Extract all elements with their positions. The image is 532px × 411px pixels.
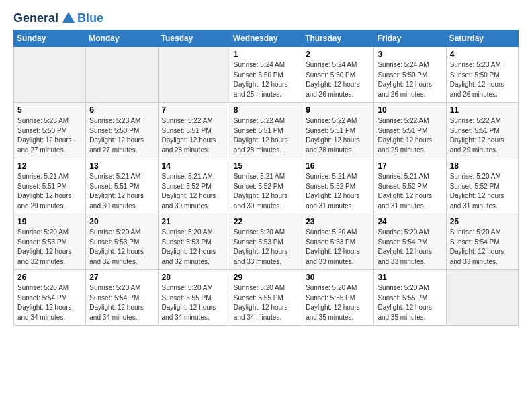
day-cell: 7Sunrise: 5:22 AMSunset: 5:51 PMDaylight… [158,103,230,158]
week-row-1: 1Sunrise: 5:24 AMSunset: 5:50 PMDaylight… [14,47,519,103]
weekday-monday: Monday [86,30,158,47]
day-cell: 17Sunrise: 5:21 AMSunset: 5:52 PMDayligh… [374,158,446,214]
day-number: 27 [89,273,154,282]
day-cell: 14Sunrise: 5:21 AMSunset: 5:52 PMDayligh… [158,158,230,214]
day-info: Sunrise: 5:21 AMSunset: 5:52 PMDaylight:… [162,172,226,211]
day-number: 12 [17,161,82,171]
day-number: 5 [17,105,82,115]
weekday-tuesday: Tuesday [158,30,230,47]
day-number: 18 [450,161,515,171]
day-cell [14,47,86,103]
day-info: Sunrise: 5:20 AMSunset: 5:54 PMDaylight:… [450,228,515,267]
day-info: Sunrise: 5:20 AMSunset: 5:54 PMDaylight:… [89,283,154,322]
day-cell: 23Sunrise: 5:20 AMSunset: 5:53 PMDayligh… [302,214,374,270]
day-info: Sunrise: 5:20 AMSunset: 5:55 PMDaylight:… [306,283,370,322]
logo-icon [61,11,76,26]
day-cell: 28Sunrise: 5:20 AMSunset: 5:55 PMDayligh… [158,270,230,326]
day-number: 22 [234,217,298,226]
week-row-3: 12Sunrise: 5:21 AMSunset: 5:51 PMDayligh… [14,158,519,214]
day-cell: 13Sunrise: 5:21 AMSunset: 5:51 PMDayligh… [86,158,158,214]
day-info: Sunrise: 5:20 AMSunset: 5:54 PMDaylight:… [17,283,82,322]
weekday-saturday: Saturday [446,30,518,47]
day-cell: 6Sunrise: 5:23 AMSunset: 5:50 PMDaylight… [86,103,158,158]
day-info: Sunrise: 5:20 AMSunset: 5:52 PMDaylight:… [450,172,515,211]
day-cell: 8Sunrise: 5:22 AMSunset: 5:51 PMDaylight… [230,103,302,158]
day-cell [446,270,518,326]
day-number: 24 [378,217,442,226]
day-info: Sunrise: 5:21 AMSunset: 5:51 PMDaylight:… [17,172,82,211]
day-cell: 4Sunrise: 5:23 AMSunset: 5:50 PMDaylight… [446,47,518,103]
day-number: 3 [378,50,442,59]
day-info: Sunrise: 5:22 AMSunset: 5:51 PMDaylight:… [378,116,442,155]
week-row-4: 19Sunrise: 5:20 AMSunset: 5:53 PMDayligh… [14,214,519,270]
day-cell: 5Sunrise: 5:23 AMSunset: 5:50 PMDaylight… [14,103,86,158]
day-info: Sunrise: 5:20 AMSunset: 5:53 PMDaylight:… [89,228,154,267]
day-cell: 30Sunrise: 5:20 AMSunset: 5:55 PMDayligh… [302,270,374,326]
day-cell: 25Sunrise: 5:20 AMSunset: 5:54 PMDayligh… [446,214,518,270]
day-cell: 22Sunrise: 5:20 AMSunset: 5:53 PMDayligh… [230,214,302,270]
day-number: 19 [17,217,82,226]
day-cell: 2Sunrise: 5:24 AMSunset: 5:50 PMDaylight… [302,47,374,103]
day-number: 26 [17,273,82,282]
day-info: Sunrise: 5:23 AMSunset: 5:50 PMDaylight:… [17,116,82,155]
page: General Blue SundayMondayTuesdayWednesda… [0,0,532,334]
day-info: Sunrise: 5:22 AMSunset: 5:51 PMDaylight:… [306,116,370,155]
day-number: 31 [378,273,442,282]
calendar-table: SundayMondayTuesdayWednesdayThursdayFrid… [13,30,519,326]
day-cell: 18Sunrise: 5:20 AMSunset: 5:52 PMDayligh… [446,158,518,214]
day-number: 28 [162,273,226,282]
day-info: Sunrise: 5:20 AMSunset: 5:53 PMDaylight:… [234,228,298,267]
day-info: Sunrise: 5:20 AMSunset: 5:55 PMDaylight:… [162,283,226,322]
day-cell: 20Sunrise: 5:20 AMSunset: 5:53 PMDayligh… [86,214,158,270]
day-info: Sunrise: 5:24 AMSunset: 5:50 PMDaylight:… [306,60,370,99]
day-number: 1 [234,50,298,59]
day-number: 21 [162,217,226,226]
weekday-wednesday: Wednesday [230,30,302,47]
day-number: 17 [378,161,442,171]
day-info: Sunrise: 5:22 AMSunset: 5:51 PMDaylight:… [162,116,226,155]
logo-general: General [13,11,58,26]
day-cell: 1Sunrise: 5:24 AMSunset: 5:50 PMDaylight… [230,47,302,103]
day-number: 16 [306,161,370,171]
weekday-header-row: SundayMondayTuesdayWednesdayThursdayFrid… [14,30,519,47]
week-row-5: 26Sunrise: 5:20 AMSunset: 5:54 PMDayligh… [14,270,519,326]
day-info: Sunrise: 5:20 AMSunset: 5:53 PMDaylight:… [17,228,82,267]
day-number: 9 [306,105,370,115]
svg-marker-0 [62,12,75,23]
day-number: 11 [450,105,515,115]
day-number: 23 [306,217,370,226]
day-info: Sunrise: 5:24 AMSunset: 5:50 PMDaylight:… [234,60,298,99]
day-cell: 9Sunrise: 5:22 AMSunset: 5:51 PMDaylight… [302,103,374,158]
day-info: Sunrise: 5:20 AMSunset: 5:55 PMDaylight:… [234,283,298,322]
day-number: 14 [162,161,226,171]
day-info: Sunrise: 5:22 AMSunset: 5:51 PMDaylight:… [450,116,515,155]
day-cell: 29Sunrise: 5:20 AMSunset: 5:55 PMDayligh… [230,270,302,326]
day-number: 15 [234,161,298,171]
logo: General Blue [13,11,103,26]
day-cell: 21Sunrise: 5:20 AMSunset: 5:53 PMDayligh… [158,214,230,270]
day-cell [158,47,230,103]
day-cell: 3Sunrise: 5:24 AMSunset: 5:50 PMDaylight… [374,47,446,103]
day-info: Sunrise: 5:23 AMSunset: 5:50 PMDaylight:… [450,60,515,99]
day-number: 4 [450,50,515,59]
day-number: 8 [234,105,298,115]
day-cell: 16Sunrise: 5:21 AMSunset: 5:52 PMDayligh… [302,158,374,214]
day-number: 20 [89,217,154,226]
day-cell: 10Sunrise: 5:22 AMSunset: 5:51 PMDayligh… [374,103,446,158]
weekday-thursday: Thursday [302,30,374,47]
day-number: 30 [306,273,370,282]
weekday-friday: Friday [374,30,446,47]
day-cell [86,47,158,103]
day-cell: 11Sunrise: 5:22 AMSunset: 5:51 PMDayligh… [446,103,518,158]
day-cell: 19Sunrise: 5:20 AMSunset: 5:53 PMDayligh… [14,214,86,270]
weekday-sunday: Sunday [14,30,86,47]
day-cell: 31Sunrise: 5:20 AMSunset: 5:55 PMDayligh… [374,270,446,326]
day-cell: 15Sunrise: 5:21 AMSunset: 5:52 PMDayligh… [230,158,302,214]
logo-blue: Blue [77,11,103,26]
day-info: Sunrise: 5:21 AMSunset: 5:51 PMDaylight:… [89,172,154,211]
week-row-2: 5Sunrise: 5:23 AMSunset: 5:50 PMDaylight… [14,103,519,158]
day-info: Sunrise: 5:21 AMSunset: 5:52 PMDaylight:… [234,172,298,211]
day-info: Sunrise: 5:20 AMSunset: 5:53 PMDaylight:… [162,228,226,267]
day-number: 7 [162,105,226,115]
day-number: 10 [378,105,442,115]
